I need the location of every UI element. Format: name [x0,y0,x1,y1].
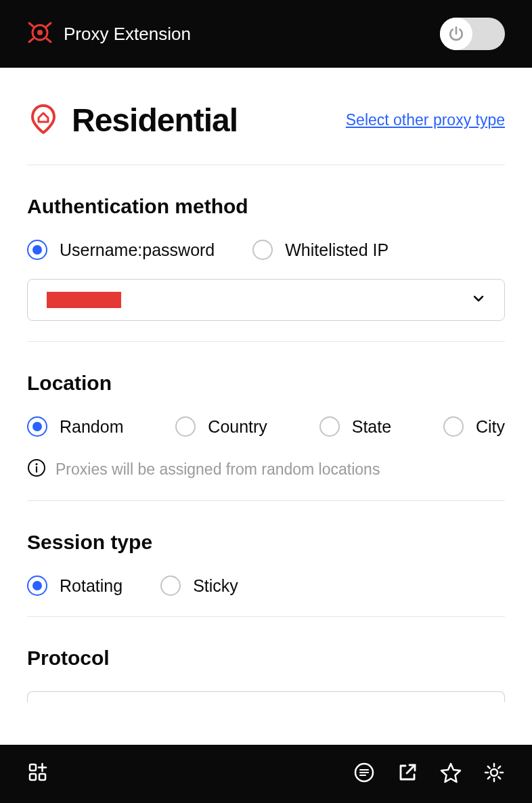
radio-label: State [352,417,391,437]
radio-label: Rotating [60,576,123,596]
radio-label: Country [208,417,267,437]
svg-point-19 [491,769,497,776]
power-toggle[interactable] [440,18,505,50]
session-option-rotating[interactable]: Rotating [27,576,123,596]
toggle-knob [440,18,472,50]
auth-option-username-password[interactable]: Username:password [27,240,215,260]
auth-section-title: Authentication method [27,195,505,218]
power-icon [447,25,465,43]
location-option-random[interactable]: Random [27,416,124,437]
session-section: Session type Rotating Sticky [27,501,505,616]
list-icon[interactable] [353,762,375,786]
chevron-down-icon [472,292,485,308]
location-option-city[interactable]: City [443,416,505,437]
header-left: Proxy Extension [27,20,191,48]
session-option-sticky[interactable]: Sticky [160,576,238,596]
session-radio-group: Rotating Sticky [27,576,505,596]
protocol-section-title: Protocol [27,647,505,670]
star-icon[interactable] [440,762,462,786]
svg-point-1 [37,30,43,35]
footer-right [353,762,505,786]
radio-unselected-icon [252,240,273,260]
svg-point-7 [35,463,37,465]
location-option-country[interactable]: Country [175,416,267,437]
session-section-title: Session type [27,531,505,554]
location-section-title: Location [27,372,505,395]
header-title: Proxy Extension [64,24,191,45]
app-logo-icon [27,20,53,48]
svg-rect-10 [39,774,45,780]
svg-line-18 [407,765,415,773]
radio-unselected-icon [175,416,196,437]
title-row: Residential Select other proxy type [27,68,505,165]
svg-line-5 [47,39,51,42]
radio-unselected-icon [160,576,181,596]
radio-selected-icon [27,416,47,437]
svg-rect-9 [30,774,36,780]
location-info-row: Proxies will be assigned from random loc… [27,458,505,480]
radio-selected-icon [27,240,47,260]
auth-option-whitelisted-ip[interactable]: Whitelisted IP [252,240,389,260]
radio-label: Whitelisted IP [285,240,389,260]
footer [0,745,532,803]
auth-radio-group: Username:password Whitelisted IP [27,240,505,260]
info-icon [27,458,46,480]
gear-icon[interactable] [483,762,505,786]
radio-label: Username:password [60,240,215,260]
radio-unselected-icon [443,416,464,437]
protocol-section: Protocol [27,617,505,702]
apps-icon[interactable] [27,762,49,786]
location-option-state[interactable]: State [319,416,391,437]
svg-rect-11 [30,764,36,771]
protocol-select[interactable] [27,691,505,702]
select-other-proxy-link[interactable]: Select other proxy type [346,111,505,129]
location-info-text: Proxies will be assigned from random loc… [56,460,380,479]
title-left: Residential [27,102,238,139]
auth-section: Authentication method Username:password … [27,165,505,341]
svg-line-2 [29,23,33,26]
location-radio-group: Random Country State City [27,416,505,437]
header: Proxy Extension [0,0,532,68]
svg-line-3 [47,23,51,26]
credential-select-value [47,292,121,308]
page-title: Residential [72,102,238,139]
residential-icon [27,103,60,138]
radio-label: City [476,417,505,437]
radio-unselected-icon [319,416,340,437]
svg-line-4 [29,39,33,42]
radio-label: Random [60,417,124,437]
radio-selected-icon [27,576,47,596]
credential-select[interactable] [27,279,505,321]
main-content: Residential Select other proxy type Auth… [0,68,532,745]
location-section: Location Random Country State City [27,342,505,500]
external-link-icon[interactable] [397,762,418,786]
radio-label: Sticky [193,576,238,596]
